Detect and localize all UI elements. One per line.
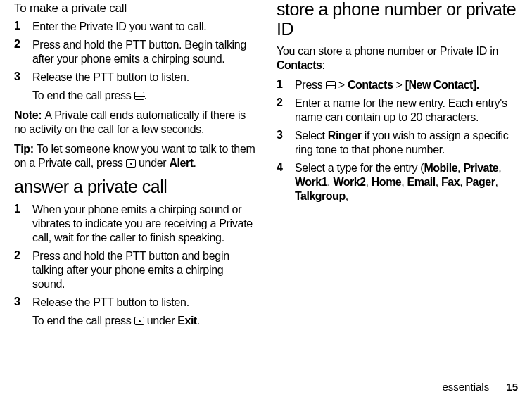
step-row: 1 Enter the Private ID you want to call. <box>14 20 255 34</box>
new-contact-menu: [New Contact]. <box>405 79 479 91</box>
step-text: Press and hold the PTT button and begin … <box>32 249 255 291</box>
step-end-call: To end the call press under Exit. <box>32 314 255 328</box>
type-email: Email <box>407 176 436 188</box>
step-number: 1 <box>14 20 32 32</box>
note-label: Note: <box>14 109 45 121</box>
gt-2: > <box>393 79 405 91</box>
step-number: 3 <box>14 70 32 83</box>
step-number: 1 <box>277 78 295 91</box>
end-call-pre: To end the call press <box>32 315 134 327</box>
step-row: 2 Press and hold the PTT button and begi… <box>14 249 255 291</box>
step-row: 2 Enter a name for the new entry. Each e… <box>277 96 518 125</box>
page-body: To make a private call 1 Enter the Priva… <box>14 0 518 373</box>
note-paragraph: Note: A Private call ends automatically … <box>14 108 255 137</box>
step-row: 3 Select Ringer if you wish to assign a … <box>277 129 518 157</box>
step-row: 3 Release the PTT button to listen. <box>14 70 255 84</box>
softkey-icon <box>134 317 144 325</box>
step-text: Enter the Private ID you want to call. <box>32 20 206 34</box>
tip-paragraph: Tip: To let someone know you want to tal… <box>14 142 255 170</box>
end-call-mid: under <box>144 315 178 327</box>
step-number: 1 <box>14 203 32 215</box>
step-number: 2 <box>14 249 32 262</box>
type-talkgroup: Talkgroup <box>295 190 346 202</box>
step-row: 2 Press and hold the PTT button. Begin t… <box>14 38 255 66</box>
page-number: 15 <box>506 381 518 393</box>
type-home: Home <box>372 176 401 188</box>
step-text: Release the PTT button to listen. <box>32 70 189 84</box>
type-work1: Work1 <box>295 176 327 188</box>
end-key-icon <box>134 92 144 100</box>
tip-text-3: . <box>193 157 196 169</box>
step-number: 2 <box>14 38 32 51</box>
intro-text-1: You can store a phone number or Private … <box>277 45 498 57</box>
step-end-call: To end the call press . <box>32 89 255 103</box>
step-row: 1 Press > Contacts > [New Contact]. <box>277 78 518 92</box>
type-private: Private <box>463 162 498 174</box>
s4-pre: Select a type for the entry ( <box>295 162 424 174</box>
press-label: Press <box>295 79 326 91</box>
gt-1: > <box>336 79 348 91</box>
step-text: When your phone emits a chirping sound o… <box>32 203 255 245</box>
menu-key-icon <box>326 81 336 89</box>
footer-section: essentials <box>442 381 489 393</box>
store-intro: You can store a phone number or Private … <box>277 44 518 73</box>
heading-answer-call: answer a private call <box>14 177 255 197</box>
step-text: Release the PTT button to listen. <box>32 296 189 310</box>
step-text: Enter a name for the new entry. Each ent… <box>295 96 518 125</box>
step-text: Press and hold the PTT button. Begin tal… <box>32 38 255 66</box>
heading-store-number: store a phone number or private ID <box>277 0 518 39</box>
type-work2: Work2 <box>333 176 365 188</box>
step-number: 2 <box>277 96 295 109</box>
step-row: 1 When your phone emits a chirping sound… <box>14 203 255 245</box>
exit-label: Exit <box>177 315 196 327</box>
s3-pre: Select <box>295 130 328 141</box>
end-call-pre: To end the call press <box>32 89 134 101</box>
intro-text-2: : <box>322 59 324 71</box>
step-text: Press > Contacts > [New Contact]. <box>295 78 479 92</box>
contacts-label: Contacts <box>277 59 322 71</box>
step-number: 3 <box>14 296 32 308</box>
step-number: 4 <box>277 161 295 174</box>
type-pager: Pager <box>465 176 495 188</box>
tip-label: Tip: <box>14 143 37 155</box>
step-number: 3 <box>277 129 295 141</box>
softkey-icon <box>126 159 136 168</box>
subhead-private-call: To make a private call <box>14 1 255 15</box>
contacts-menu: Contacts <box>348 79 393 91</box>
page-footer: essentials 15 <box>442 381 518 393</box>
step-text: Select a type for the entry (Mobile, Pri… <box>295 161 518 203</box>
type-fax: Fax <box>441 176 460 188</box>
type-mobile: Mobile <box>424 162 457 174</box>
alert-label: Alert <box>170 157 194 169</box>
ringer-label: Ringer <box>328 130 362 141</box>
end-call-post: . <box>197 315 200 327</box>
step-row: 3 Release the PTT button to listen. <box>14 296 255 310</box>
tip-text-2: under <box>136 157 170 169</box>
step-row: 4 Select a type for the entry (Mobile, P… <box>277 161 518 203</box>
step-text: Select Ringer if you wish to assign a sp… <box>295 129 518 157</box>
note-text: A Private call ends automatically if the… <box>14 109 246 135</box>
